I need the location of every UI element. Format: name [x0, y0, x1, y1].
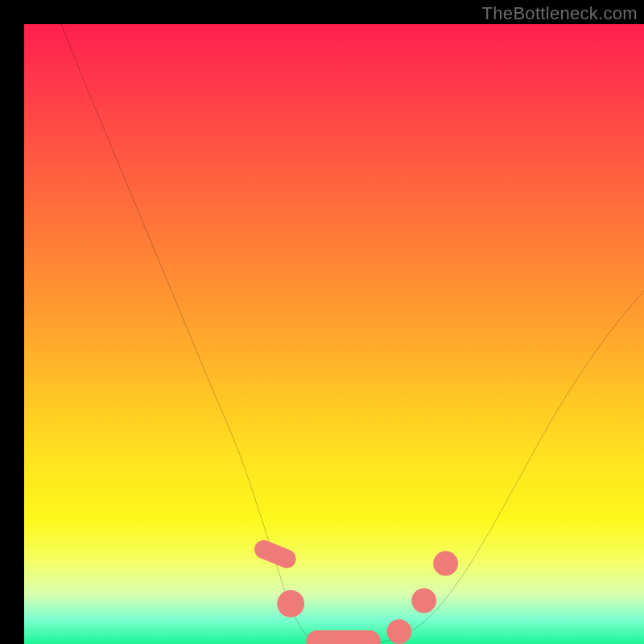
watermark-text: TheBottleneck.com: [482, 3, 638, 24]
chart-frame: TheBottleneck.com: [0, 0, 644, 644]
plot-gradient-background: [24, 24, 644, 644]
